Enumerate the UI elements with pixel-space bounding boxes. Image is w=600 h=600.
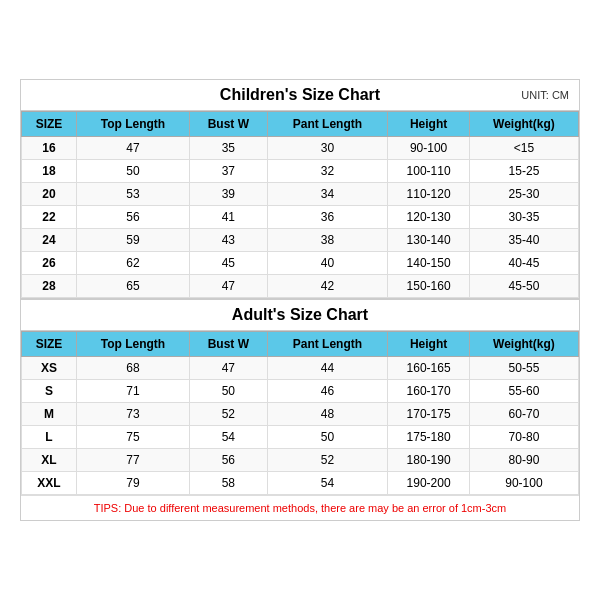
table-cell: 70-80 [469,426,578,449]
table-cell: 30-35 [469,206,578,229]
table-row: 28654742150-16045-50 [22,275,579,298]
table-cell: 15-25 [469,160,578,183]
children-col-top: Top Length [76,112,189,137]
table-cell: 54 [267,472,388,495]
table-cell: 73 [76,403,189,426]
table-cell: 44 [267,357,388,380]
table-cell: 130-140 [388,229,470,252]
table-cell: 25-30 [469,183,578,206]
children-col-bust: Bust W [190,112,268,137]
table-cell: 55-60 [469,380,578,403]
table-cell: 58 [190,472,268,495]
table-cell: 24 [22,229,77,252]
table-cell: 71 [76,380,189,403]
adult-col-size: SIZE [22,332,77,357]
table-cell: 77 [76,449,189,472]
adult-col-bust: Bust W [190,332,268,357]
table-row: 24594338130-14035-40 [22,229,579,252]
table-cell: 190-200 [388,472,470,495]
table-cell: 56 [190,449,268,472]
children-title: Children's Size Chart [220,86,380,104]
table-cell: 52 [190,403,268,426]
table-cell: 36 [267,206,388,229]
children-col-pant: Pant Length [267,112,388,137]
adult-table: SIZE Top Length Bust W Pant Length Heigh… [21,331,579,495]
table-cell: 40-45 [469,252,578,275]
table-row: 1647353090-100<15 [22,137,579,160]
table-cell: 47 [190,275,268,298]
table-cell: 140-150 [388,252,470,275]
table-cell: 48 [267,403,388,426]
table-cell: 22 [22,206,77,229]
table-cell: XS [22,357,77,380]
table-cell: 62 [76,252,189,275]
table-cell: 56 [76,206,189,229]
table-cell: M [22,403,77,426]
table-cell: 80-90 [469,449,578,472]
table-row: L755450175-18070-80 [22,426,579,449]
table-cell: 26 [22,252,77,275]
table-cell: 50-55 [469,357,578,380]
table-cell: 38 [267,229,388,252]
table-cell: 50 [190,380,268,403]
adult-title: Adult's Size Chart [232,306,368,324]
children-col-weight: Weight(kg) [469,112,578,137]
table-cell: 28 [22,275,77,298]
table-cell: 46 [267,380,388,403]
table-row: XL775652180-19080-90 [22,449,579,472]
tips-row: TIPS: Due to different measurement metho… [21,495,579,520]
table-row: 26624540140-15040-45 [22,252,579,275]
table-cell: 42 [267,275,388,298]
table-cell: 45-50 [469,275,578,298]
table-cell: 43 [190,229,268,252]
table-cell: 60-70 [469,403,578,426]
table-cell: 41 [190,206,268,229]
size-chart-container: Children's Size Chart UNIT: CM SIZE Top … [20,79,580,521]
table-cell: 47 [190,357,268,380]
children-header-row: SIZE Top Length Bust W Pant Length Heigh… [22,112,579,137]
table-row: M735248170-17560-70 [22,403,579,426]
table-cell: 47 [76,137,189,160]
table-cell: 30 [267,137,388,160]
table-cell: XL [22,449,77,472]
table-cell: 34 [267,183,388,206]
adult-header-row: SIZE Top Length Bust W Pant Length Heigh… [22,332,579,357]
table-cell: 32 [267,160,388,183]
table-cell: 110-120 [388,183,470,206]
children-col-height: Height [388,112,470,137]
table-cell: 37 [190,160,268,183]
adult-col-height: Height [388,332,470,357]
table-cell: 79 [76,472,189,495]
tips-text: TIPS: Due to different measurement metho… [94,502,506,514]
table-cell: <15 [469,137,578,160]
table-cell: 160-165 [388,357,470,380]
table-row: 20533934110-12025-30 [22,183,579,206]
table-cell: 120-130 [388,206,470,229]
table-cell: 35 [190,137,268,160]
children-title-row: Children's Size Chart UNIT: CM [21,80,579,111]
table-cell: 170-175 [388,403,470,426]
table-cell: 90-100 [469,472,578,495]
children-col-size: SIZE [22,112,77,137]
table-cell: 20 [22,183,77,206]
adult-col-weight: Weight(kg) [469,332,578,357]
table-cell: 39 [190,183,268,206]
table-cell: 65 [76,275,189,298]
table-cell: 180-190 [388,449,470,472]
table-cell: 59 [76,229,189,252]
table-cell: 100-110 [388,160,470,183]
table-cell: 45 [190,252,268,275]
table-cell: 175-180 [388,426,470,449]
table-cell: 50 [76,160,189,183]
table-cell: 75 [76,426,189,449]
table-cell: 160-170 [388,380,470,403]
table-cell: 53 [76,183,189,206]
table-cell: S [22,380,77,403]
table-row: XS684744160-16550-55 [22,357,579,380]
adult-title-row: Adult's Size Chart [21,298,579,331]
table-cell: 18 [22,160,77,183]
adult-col-pant: Pant Length [267,332,388,357]
unit-label: UNIT: CM [521,89,569,101]
children-table: SIZE Top Length Bust W Pant Length Heigh… [21,111,579,298]
table-row: S715046160-17055-60 [22,380,579,403]
